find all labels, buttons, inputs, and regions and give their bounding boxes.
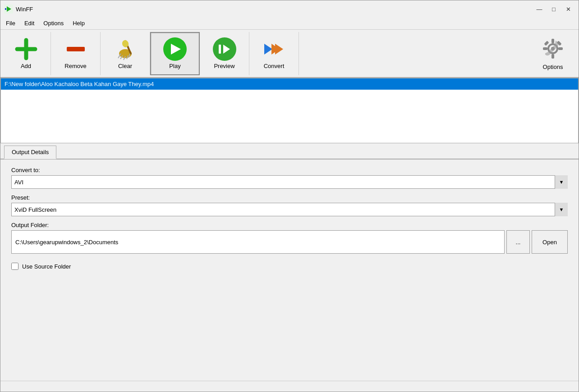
menu-file[interactable]: File: [2, 19, 19, 27]
clear-label: Clear: [118, 63, 132, 69]
convert-label: Convert: [264, 63, 285, 69]
menu-help[interactable]: Help: [69, 19, 88, 27]
preset-select-wrapper: XviD FullScreen XviD HalfScreen DivX Ful…: [11, 203, 568, 216]
play-label: Play: [169, 63, 180, 69]
main-window: WinFF — □ ✕ File Edit Options Help Add: [0, 0, 579, 392]
play-icon: [163, 37, 187, 61]
svg-rect-5: [67, 47, 85, 51]
convert-to-group: Convert to: AVI MP4 MKV MOV MP3 FLV WMV: [11, 167, 568, 189]
app-icon: [4, 5, 13, 14]
convert-to-select[interactable]: AVI MP4 MKV MOV MP3 FLV WMV: [11, 175, 568, 189]
minimize-button[interactable]: —: [533, 4, 546, 14]
file-list[interactable]: F:\New folder\Aloo Kachaloo Beta Kahan G…: [0, 78, 579, 143]
remove-label: Remove: [64, 63, 86, 69]
open-button[interactable]: Open: [532, 230, 568, 254]
convert-to-select-wrapper: AVI MP4 MKV MOV MP3 FLV WMV: [11, 175, 568, 189]
menu-options[interactable]: Options: [40, 19, 67, 27]
status-bar: [0, 381, 579, 392]
play-button[interactable]: Play: [150, 32, 200, 75]
maximize-button[interactable]: □: [547, 4, 561, 14]
convert-to-label: Convert to:: [11, 167, 568, 173]
use-source-folder-checkbox[interactable]: [11, 263, 18, 270]
convert-icon: [262, 37, 286, 61]
browse-button[interactable]: ...: [506, 230, 530, 254]
convert-button[interactable]: Convert: [249, 32, 299, 75]
add-icon: [14, 37, 38, 61]
options-button[interactable]: Options: [528, 32, 578, 75]
svg-rect-22: [551, 54, 554, 59]
svg-rect-25: [544, 41, 549, 46]
preview-label: Preview: [214, 63, 234, 69]
preset-group: Preset: XviD FullScreen XviD HalfScreen …: [11, 194, 568, 216]
add-label: Add: [21, 63, 31, 69]
file-item[interactable]: F:\New folder\Aloo Kachaloo Beta Kahan G…: [1, 78, 578, 90]
output-details-panel: Convert to: AVI MP4 MKV MOV MP3 FLV WMV …: [0, 160, 579, 277]
preview-button[interactable]: Preview: [200, 32, 249, 75]
svg-rect-24: [558, 47, 563, 50]
menu-edit[interactable]: Edit: [21, 19, 38, 27]
svg-rect-21: [551, 39, 554, 43]
svg-rect-23: [543, 47, 547, 50]
title-bar: WinFF — □ ✕: [0, 0, 579, 17]
tab-bar: Output Details: [0, 145, 579, 160]
remove-button[interactable]: Remove: [51, 32, 101, 75]
options-label: Options: [543, 64, 563, 70]
preset-label: Preset:: [11, 194, 568, 201]
output-folder-row: ... Open: [11, 230, 568, 254]
svg-marker-18: [275, 44, 283, 55]
add-button[interactable]: Add: [1, 32, 51, 75]
remove-icon: [64, 37, 87, 61]
svg-rect-2: [5, 8, 6, 10]
preview-icon: [213, 37, 236, 61]
output-folder-input[interactable]: [11, 230, 505, 254]
preset-select[interactable]: XviD FullScreen XviD HalfScreen DivX Ful…: [11, 203, 568, 216]
clear-button[interactable]: Clear: [101, 32, 150, 75]
svg-rect-14: [219, 45, 221, 54]
options-icon: [541, 37, 565, 62]
svg-marker-16: [264, 44, 272, 55]
tab-output-details[interactable]: Output Details: [4, 146, 56, 159]
menu-bar: File Edit Options Help: [0, 17, 579, 29]
window-title: WinFF: [16, 6, 33, 13]
output-folder-group: Output Folder: ... Open: [11, 222, 568, 254]
output-folder-label: Output Folder:: [11, 222, 568, 228]
use-source-folder-row: Use Source Folder: [11, 263, 568, 270]
window-controls: — □ ✕: [533, 4, 575, 14]
clear-icon: [114, 37, 137, 61]
toolbar: Add Remove: [0, 29, 579, 78]
output-section: Output Details Convert to: AVI MP4 MKV M…: [0, 143, 579, 381]
use-source-folder-label[interactable]: Use Source Folder: [22, 263, 71, 270]
close-button[interactable]: ✕: [561, 4, 575, 14]
svg-marker-15: [223, 45, 230, 54]
